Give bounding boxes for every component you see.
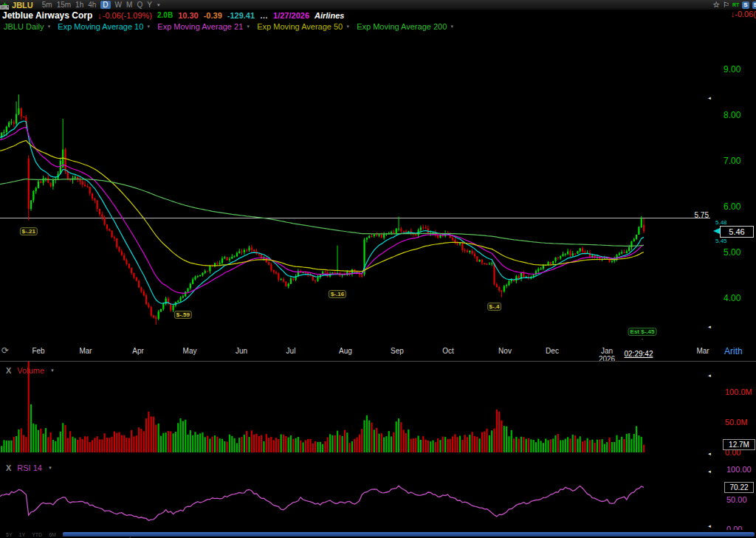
- price-change: -0.06(-1.09%): [103, 11, 152, 20]
- month-label: Mar: [696, 347, 709, 355]
- timeframe-1h[interactable]: 1h: [75, 1, 83, 9]
- range-5y[interactable]: 5Y: [6, 532, 13, 537]
- price-tick-label: 6.00: [724, 201, 740, 212]
- rsi-chart[interactable]: [0, 458, 756, 533]
- close-rsi-button[interactable]: X: [6, 463, 11, 472]
- pane-handle-icon[interactable]: ◄: [707, 452, 712, 456]
- toolbar-right-group: ☆ ⚐ RT S S: [712, 0, 755, 10]
- month-label: Jul: [286, 347, 296, 355]
- ask-price: 5.48: [715, 219, 727, 226]
- timeframe-weekly[interactable]: W: [115, 1, 122, 9]
- earnings-marker: $-.16: [329, 290, 346, 298]
- volume-tick-label: 50.0M: [725, 418, 748, 427]
- ema10-label: Exp Moving Average 10: [58, 22, 143, 31]
- quote-stat-2: -0.39: [204, 11, 222, 20]
- price-tick-label: 5.00: [724, 247, 740, 258]
- timeframe-dropdown-icon[interactable]: ▼: [157, 3, 161, 7]
- rsi-tick-label: 50.00: [726, 495, 747, 504]
- chevron-down-icon[interactable]: ▼: [50, 368, 55, 373]
- chart-toolbar: + JBLU 5m 15m 1h 4h D W M Q Y ▼ ☆ ⚐ RT S…: [0, 0, 756, 10]
- month-label: Jun: [236, 347, 247, 355]
- indicator-ema21[interactable]: Exp Moving Average 21 ▼: [157, 22, 250, 31]
- date-axis[interactable]: ⟳ FebMarAprMayJunJulAugSepOctNovDecJan20…: [0, 339, 756, 362]
- bottom-bar: 5Y 1Y YTD 6M 3M 1M 1W 1D Today: [0, 530, 756, 538]
- earnings-marker: $-.59: [174, 311, 192, 319]
- quote-stat-1: 10.30: [178, 11, 199, 20]
- corner-change-clipped: ↓-0.06(: [731, 10, 756, 18]
- realtime-badge: RT: [732, 2, 739, 7]
- indicator-ema200[interactable]: Exp Moving Average 200 ▼: [357, 22, 454, 31]
- timeframe-5m[interactable]: 5m: [42, 1, 52, 9]
- data-source-badge[interactable]: S: [742, 1, 749, 9]
- indicator-ema50[interactable]: Exp Moving Average 50 ▼: [257, 22, 350, 31]
- rsi-tick-label: 100.00: [726, 465, 752, 474]
- month-label: Feb: [32, 347, 44, 355]
- timeframe-monthly[interactable]: M: [126, 1, 132, 9]
- pane-handle-icon[interactable]: ◄: [707, 96, 712, 100]
- volume-chart[interactable]: [0, 362, 756, 458]
- range-1y[interactable]: 1Y: [19, 532, 26, 537]
- clipped-badge[interactable]: S: [752, 1, 756, 9]
- timeframe-yearly[interactable]: Y: [147, 1, 152, 9]
- chevron-down-icon[interactable]: ▼: [48, 466, 52, 470]
- volume-title[interactable]: Volume: [17, 366, 44, 375]
- quote-ellipsis[interactable]: …: [260, 11, 268, 20]
- price-tick-label: 8.00: [724, 110, 740, 120]
- refresh-icon[interactable]: ⟳: [1, 345, 9, 356]
- rsi-pane-header: X RSI 14 ▼: [6, 463, 52, 472]
- volume-pane-header: X Volume ▼: [6, 366, 55, 375]
- indicator-row: JBLU Daily ▼ Exp Moving Average 10 ▼ Exp…: [0, 21, 756, 32]
- scale-mode-label[interactable]: Arith: [724, 346, 743, 356]
- rsi-title[interactable]: RSI 14: [17, 463, 42, 472]
- range-ytd[interactable]: YTD: [32, 532, 42, 537]
- company-name: Jetblue Airways Corp: [2, 10, 92, 21]
- down-arrow-icon: ↓: [97, 11, 102, 20]
- last-price-arrow-icon: [713, 228, 720, 234]
- price-tick-label: 9.00: [724, 64, 740, 75]
- price-tick-label: 4.00: [724, 293, 740, 303]
- chevron-down-icon: ▼: [146, 24, 151, 29]
- chevron-down-icon: ▼: [246, 24, 250, 29]
- timeframe-quarterly[interactable]: Q: [137, 1, 142, 9]
- chart-scrollbar[interactable]: [63, 532, 755, 537]
- watchlist-star-icon[interactable]: ☆: [712, 0, 720, 10]
- volume-tick-label: 100.0M: [725, 387, 752, 396]
- close-volume-button[interactable]: X: [6, 366, 11, 375]
- bid-price: 5.45: [715, 238, 727, 244]
- month-label: Sep: [391, 347, 404, 355]
- rsi-current-box: 70.22: [724, 482, 754, 493]
- earnings-marker: $-.21: [20, 227, 38, 235]
- symbol-label[interactable]: JBLU: [12, 1, 33, 10]
- pane-handle-icon[interactable]: ◄: [707, 373, 712, 378]
- chevron-down-icon: ▼: [450, 24, 454, 29]
- alert-flag-icon[interactable]: ⚐: [723, 1, 729, 9]
- chevron-down-icon: ▼: [47, 24, 51, 29]
- month-label: Mar: [79, 347, 92, 355]
- candle-countdown-timer: 02:29:42: [625, 350, 653, 358]
- horizontal-line-label: 5.75: [668, 211, 709, 219]
- month-label: May: [183, 347, 197, 355]
- range-6m[interactable]: 6M: [49, 532, 56, 537]
- pane-handle-icon[interactable]: ◄: [707, 325, 712, 329]
- month-label: Aug: [339, 347, 352, 355]
- timeframe-4h[interactable]: 4h: [88, 1, 96, 9]
- ema200-label: Exp Moving Average 200: [357, 22, 447, 31]
- pane-handle-icon[interactable]: ◄: [707, 469, 712, 474]
- ema50-label: Exp Moving Average 50: [257, 22, 343, 31]
- quote-row: Jetblue Airways Corp ↓ -0.06(-1.09%) 2.0…: [0, 10, 756, 21]
- month-label: Nov: [498, 347, 512, 355]
- series-selector[interactable]: JBLU Daily ▼: [4, 22, 51, 31]
- pane-handle-icon[interactable]: ◄: [707, 524, 712, 528]
- candlestick-chart[interactable]: [0, 32, 756, 339]
- indicator-ema10[interactable]: Exp Moving Average 10 ▼: [58, 22, 151, 31]
- price-tick-label: 7.00: [724, 156, 740, 166]
- series-label: JBLU Daily: [4, 22, 44, 31]
- quote-date: 1/27/2026: [273, 11, 309, 20]
- earnings-marker: $-.4: [487, 303, 502, 311]
- chevron-down-icon: ▼: [346, 24, 350, 29]
- timeframe-daily[interactable]: D: [100, 1, 110, 9]
- timeframe-15m[interactable]: 15m: [57, 1, 71, 9]
- sector-label: Airlines: [315, 11, 344, 20]
- volume-current-box: 12.7M: [723, 439, 755, 450]
- ema21-label: Exp Moving Average 21: [157, 22, 243, 31]
